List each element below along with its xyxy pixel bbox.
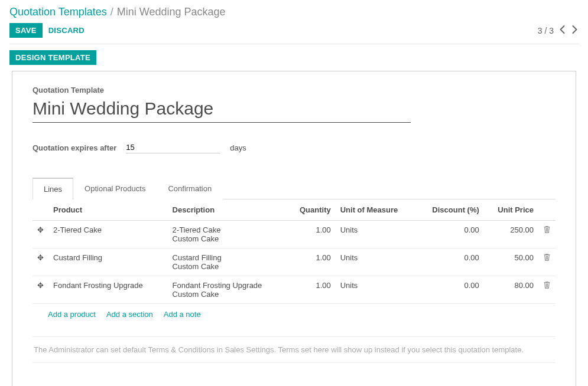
- template-name-input[interactable]: [33, 97, 411, 123]
- template-label: Quotation Template: [33, 86, 555, 94]
- add-section-link[interactable]: Add a section: [106, 310, 153, 319]
- delete-row-icon[interactable]: [538, 248, 555, 276]
- tab-optional-products[interactable]: Optional Products: [73, 178, 157, 199]
- terms-placeholder[interactable]: The Administrator can set default Terms …: [33, 336, 555, 363]
- expire-days-input[interactable]: [126, 142, 220, 153]
- cell-unit-price[interactable]: 50.00: [484, 248, 538, 276]
- expire-unit: days: [230, 143, 246, 152]
- cell-quantity[interactable]: 1.00: [287, 221, 336, 248]
- cell-quantity[interactable]: 1.00: [287, 248, 336, 276]
- delete-row-icon[interactable]: [538, 221, 555, 248]
- table-row[interactable]: ✥Fondant Frosting UpgradeFondant Frostin…: [33, 276, 555, 304]
- cell-unit-price[interactable]: 80.00: [484, 276, 538, 304]
- col-quantity[interactable]: Quantity: [287, 199, 336, 221]
- col-description[interactable]: Description: [168, 199, 287, 221]
- col-uom[interactable]: Unit of Measure: [336, 199, 416, 221]
- col-discount[interactable]: Discount (%): [416, 199, 484, 221]
- delete-row-icon[interactable]: [538, 276, 555, 304]
- add-note-link[interactable]: Add a note: [164, 310, 201, 319]
- drag-handle-icon[interactable]: ✥: [33, 248, 48, 276]
- breadcrumb-current: Mini Wedding Package: [117, 6, 226, 18]
- pager: 3 / 3: [538, 24, 579, 37]
- cell-discount[interactable]: 0.00: [416, 221, 484, 248]
- drag-handle-icon[interactable]: ✥: [33, 276, 48, 304]
- cell-discount[interactable]: 0.00: [416, 276, 484, 304]
- add-product-link[interactable]: Add a product: [48, 310, 96, 319]
- table-row[interactable]: ✥Custard FillingCustard FillingCustom Ca…: [33, 248, 555, 276]
- table-row[interactable]: ✥2-Tiered Cake2-Tiered CakeCustom Cake1.…: [33, 221, 555, 248]
- expire-label: Quotation expires after: [33, 143, 116, 152]
- cell-product[interactable]: Custard Filling: [48, 248, 168, 276]
- drag-handle-icon[interactable]: ✥: [33, 221, 48, 248]
- cell-uom[interactable]: Units: [336, 248, 416, 276]
- pager-prev-icon[interactable]: [558, 24, 566, 37]
- breadcrumb-parent[interactable]: Quotation Templates: [9, 6, 107, 18]
- cell-description[interactable]: Custard FillingCustom Cake: [168, 248, 287, 276]
- cell-product[interactable]: 2-Tiered Cake: [48, 221, 168, 248]
- lines-table: Product Description Quantity Unit of Mea…: [33, 199, 555, 304]
- breadcrumb: Quotation Templates / Mini Wedding Packa…: [9, 6, 579, 18]
- col-unit-price[interactable]: Unit Price: [484, 199, 538, 221]
- cell-product[interactable]: Fondant Frosting Upgrade: [48, 276, 168, 304]
- cell-unit-price[interactable]: 250.00: [484, 221, 538, 248]
- cell-uom[interactable]: Units: [336, 221, 416, 248]
- discard-button[interactable]: Discard: [48, 23, 85, 38]
- save-button[interactable]: Save: [9, 23, 43, 38]
- cell-description[interactable]: Fondant Frosting UpgradeCustom Cake: [168, 276, 287, 304]
- tab-lines[interactable]: Lines: [33, 178, 73, 199]
- design-template-button[interactable]: Design Template: [9, 50, 96, 65]
- col-product[interactable]: Product: [48, 199, 168, 221]
- cell-description[interactable]: 2-Tiered CakeCustom Cake: [168, 221, 287, 248]
- cell-discount[interactable]: 0.00: [416, 248, 484, 276]
- cell-quantity[interactable]: 1.00: [287, 276, 336, 304]
- cell-uom[interactable]: Units: [336, 276, 416, 304]
- pager-counter[interactable]: 3 / 3: [538, 26, 554, 35]
- pager-next-icon[interactable]: [571, 24, 579, 37]
- tab-confirmation[interactable]: Confirmation: [157, 178, 223, 199]
- breadcrumb-separator: /: [111, 6, 113, 18]
